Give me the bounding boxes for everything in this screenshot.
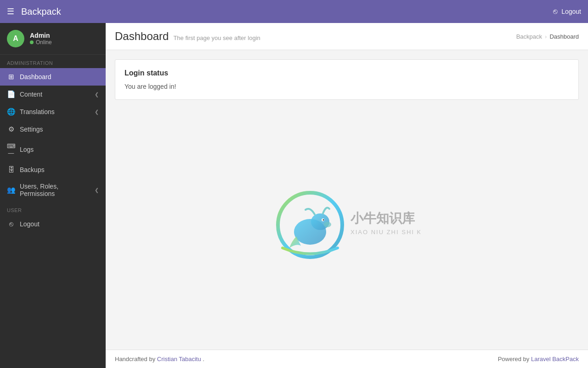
logout-label: Logout bbox=[561, 8, 581, 15]
sidebar-item-backups-left: 🗄 Backups bbox=[7, 166, 45, 173]
footer-dot: . bbox=[203, 356, 204, 362]
user-status: Online bbox=[30, 39, 52, 46]
sidebar-item-translations-label: Translations bbox=[20, 108, 55, 115]
sidebar-item-backups[interactable]: 🗄 Backups bbox=[0, 161, 106, 178]
page-subtitle: The first page you see after login bbox=[173, 34, 260, 41]
sidebar-item-users-roles[interactable]: 👥 Users, Roles, Permissions ❮ bbox=[0, 178, 106, 202]
sidebar-item-logs-label: Logs bbox=[20, 146, 34, 153]
footer-left: Handcrafted by Cristian Tabacitu . bbox=[115, 356, 204, 362]
sidebar-item-translations-left: 🌐 Translations bbox=[7, 108, 55, 116]
sidebar-logout-icon: ⎋ bbox=[7, 220, 15, 228]
logs-icon: ⌨— bbox=[7, 143, 15, 156]
svg-point-4 bbox=[323, 219, 324, 220]
user-info: Admin Online bbox=[30, 32, 52, 46]
main-content: Dashboard The first page you see after l… bbox=[106, 23, 588, 368]
sidebar-item-dashboard-label: Dashboard bbox=[20, 73, 51, 80]
sidebar-item-logout[interactable]: ⎋ Logout bbox=[0, 215, 106, 232]
sidebar-item-content-label: Content bbox=[20, 91, 42, 98]
site-logo: 小牛知识库 XIAO NIU ZHI SHI KU bbox=[273, 188, 420, 262]
users-roles-icon: 👥 bbox=[7, 186, 15, 194]
handcrafted-text: Handcrafted by bbox=[115, 356, 155, 362]
status-label: Online bbox=[36, 39, 52, 46]
sidebar-item-settings-label: Settings bbox=[20, 126, 43, 133]
menu-toggle-button[interactable]: ☰ bbox=[7, 6, 14, 17]
sidebar-section-user: USER bbox=[0, 202, 106, 215]
settings-icon: ⚙ bbox=[7, 125, 15, 133]
navbar: ☰ Backpack ⎋ Logout bbox=[0, 0, 588, 23]
breadcrumb-separator: › bbox=[545, 33, 547, 40]
logo-area: 小牛知识库 XIAO NIU ZHI SHI KU bbox=[115, 109, 579, 340]
author-link[interactable]: Cristian Tabacitu bbox=[157, 356, 201, 362]
translations-icon: 🌐 bbox=[7, 108, 15, 116]
svg-text:XIAO NIU ZHI SHI KU: XIAO NIU ZHI SHI KU bbox=[351, 229, 420, 236]
backups-icon: 🗄 bbox=[7, 166, 15, 173]
footer: Handcrafted by Cristian Tabacitu . Power… bbox=[106, 350, 588, 368]
sidebar-item-dashboard[interactable]: ⊞ Dashboard bbox=[0, 68, 106, 86]
breadcrumb-home: Backpack bbox=[516, 33, 542, 40]
login-status-title: Login status bbox=[124, 69, 569, 77]
breadcrumb-current: Dashboard bbox=[549, 33, 579, 40]
sidebar-item-content-left: 📄 Content bbox=[7, 90, 42, 98]
sidebar-item-dashboard-left: ⊞ Dashboard bbox=[7, 73, 51, 81]
brand-logo: Backpack bbox=[21, 6, 61, 17]
navbar-left: ☰ Backpack bbox=[7, 6, 61, 17]
sidebar-item-settings-left: ⚙ Settings bbox=[7, 125, 43, 133]
login-status-card: Login status You are logged in! bbox=[115, 59, 579, 100]
translations-chevron-icon: ❮ bbox=[95, 109, 99, 115]
framework-link[interactable]: Laravel BackPack bbox=[531, 356, 579, 362]
powered-text: Powered by bbox=[498, 356, 530, 362]
sidebar-user-area: A Admin Online bbox=[0, 23, 106, 55]
sidebar-item-logout-label: Logout bbox=[20, 220, 40, 228]
sidebar-item-content[interactable]: 📄 Content ❮ bbox=[0, 86, 106, 103]
content-icon: 📄 bbox=[7, 90, 15, 98]
content-area: Login status You are logged in! bbox=[106, 50, 588, 350]
footer-right: Powered by Laravel BackPack bbox=[498, 356, 579, 362]
sidebar-section-administration: ADMINISTRATION bbox=[0, 55, 106, 68]
sidebar-item-logout-left: ⎋ Logout bbox=[7, 220, 40, 228]
page-header: Dashboard The first page you see after l… bbox=[106, 23, 588, 50]
breadcrumb: Backpack › Dashboard bbox=[516, 33, 579, 40]
sidebar-item-backups-label: Backups bbox=[20, 166, 45, 173]
dashboard-icon: ⊞ bbox=[7, 73, 15, 81]
sidebar-item-users-roles-left: 👥 Users, Roles, Permissions bbox=[7, 183, 95, 197]
sidebar-item-logs-left: ⌨— Logs bbox=[7, 143, 34, 156]
page-title: Dashboard bbox=[115, 30, 169, 43]
users-roles-chevron-icon: ❮ bbox=[95, 187, 99, 193]
sidebar: A Admin Online ADMINISTRATION ⊞ Dashboar… bbox=[0, 23, 106, 368]
layout: A Admin Online ADMINISTRATION ⊞ Dashboar… bbox=[0, 23, 588, 368]
sidebar-item-translations[interactable]: 🌐 Translations ❮ bbox=[0, 103, 106, 121]
page-title-group: Dashboard The first page you see after l… bbox=[115, 30, 260, 43]
svg-text:小牛知识库: 小牛知识库 bbox=[350, 211, 415, 225]
svg-point-5 bbox=[324, 222, 331, 227]
sidebar-item-users-roles-label: Users, Roles, Permissions bbox=[20, 183, 95, 197]
login-status-message: You are logged in! bbox=[124, 83, 569, 90]
brand-name-suffix: pack bbox=[41, 6, 61, 17]
user-name: Admin bbox=[30, 32, 52, 39]
status-dot bbox=[30, 40, 34, 44]
logout-icon: ⎋ bbox=[553, 7, 558, 16]
sidebar-item-logs[interactable]: ⌨— Logs bbox=[0, 138, 106, 161]
sidebar-item-settings[interactable]: ⚙ Settings bbox=[0, 121, 106, 138]
content-chevron-icon: ❮ bbox=[95, 92, 99, 98]
svg-point-2 bbox=[311, 213, 329, 230]
avatar: A bbox=[7, 30, 24, 47]
navbar-logout[interactable]: ⎋ Logout bbox=[553, 7, 581, 16]
brand-name: Back bbox=[21, 6, 41, 17]
